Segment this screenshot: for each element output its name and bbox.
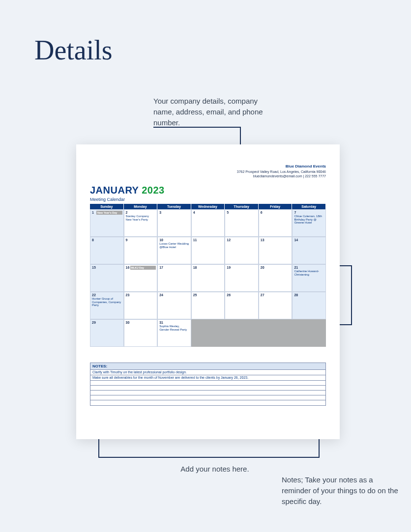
day-header: Saturday: [292, 204, 326, 209]
callout-add-notes: Add your notes here.: [166, 464, 264, 475]
calendar-cell: 25: [191, 292, 225, 319]
company-block: Blue Diamond Events 3762 Prospect Valley…: [90, 164, 326, 179]
day-number: 22: [92, 293, 122, 297]
day-number: 26: [227, 293, 257, 297]
day-number: 12: [227, 238, 257, 242]
day-number: 27: [261, 293, 291, 297]
day-number: 7: [294, 211, 324, 214]
calendar-cell: 10Lucas-Carter Wedding @Blue Hotel: [157, 237, 191, 264]
calendar-cell: 28: [292, 292, 326, 319]
calendar-cell: 21Catherine Howard- Christening: [292, 264, 326, 292]
day-number: 25: [193, 293, 223, 297]
day-number: 20: [261, 266, 291, 269]
calendar-cell: 19: [225, 264, 259, 292]
note-line: [90, 391, 325, 395]
day-number: 9: [126, 238, 156, 242]
calendar-header-row: SundayMondayTuesdayWednesdayThursdayFrid…: [90, 204, 326, 209]
calendar-body: 1New Year's Day2Stanley Company New Year…: [90, 209, 326, 347]
day-number: 17: [159, 266, 189, 269]
calendar-cell: 13: [259, 237, 293, 264]
calendar-cell: [225, 319, 259, 347]
day-number: 18: [193, 266, 223, 269]
day-number: 3: [159, 211, 189, 214]
calendar-document: Blue Diamond Events 3762 Prospect Valley…: [76, 144, 340, 439]
note-line: [90, 400, 325, 405]
calendar-cell: [191, 319, 225, 347]
day-number: 19: [227, 266, 257, 269]
day-number: 14: [294, 238, 324, 242]
day-number: 8: [92, 238, 122, 242]
calendar-cell: 6: [259, 209, 293, 237]
day-header: Wednesday: [191, 204, 225, 209]
note-line: [90, 381, 325, 386]
calendar-cell: 14: [292, 237, 326, 264]
callout-day-notes: Notes; Take your notes as a reminder of …: [282, 475, 400, 506]
calendar-cell: 29: [90, 319, 124, 347]
day-header: Friday: [259, 204, 293, 209]
day-header: Monday: [124, 204, 158, 209]
day-number: 4: [193, 211, 223, 214]
calendar-year: 2023: [142, 185, 165, 196]
day-header: Tuesday: [157, 204, 191, 209]
calendar-cell: 3: [157, 209, 191, 237]
day-number: 23: [126, 293, 156, 297]
calendar-cell: 23: [124, 292, 158, 319]
calendar-title: JANUARY 2023: [90, 185, 326, 196]
day-number: 30: [126, 321, 156, 324]
day-number: 13: [261, 238, 291, 242]
calendar-cell: 5: [225, 209, 259, 237]
calendar-cell: 31Sophia Wesley, Gender Reveal Party: [157, 319, 191, 347]
company-name: Blue Diamond Events: [90, 164, 326, 169]
page-title: Details: [34, 34, 113, 66]
calendar-cell: 4: [191, 209, 225, 237]
day-event: Chloe Coleman, 18th Birthday Party @ Gre…: [294, 215, 324, 225]
day-event: Sophia Wesley, Gender Reveal Party: [159, 325, 189, 332]
calendar-cell: [292, 319, 326, 347]
day-number: 24: [159, 293, 189, 297]
calendar-cell: 8: [90, 237, 124, 264]
bracket-top: [153, 127, 241, 144]
day-event: Catherine Howard- Christening: [294, 270, 324, 277]
calendar-subtitle: Meeting Calendar: [90, 197, 326, 202]
calendar-cell: 30: [124, 319, 158, 347]
note-line: [90, 386, 325, 391]
day-number: 6: [261, 211, 291, 214]
day-event: Stanley Company New Year's Party: [126, 215, 156, 222]
day-event: Hunter Group of Companies, Company Party: [92, 297, 122, 308]
callout-company-details: Your company details, company name, addr…: [153, 96, 266, 128]
calendar-cell: 16MLKJ Day: [124, 264, 158, 292]
calendar-cell: 7Chloe Coleman, 18th Birthday Party @ Gr…: [292, 209, 326, 237]
calendar-cell: [259, 319, 293, 347]
calendar-cell: 26: [225, 292, 259, 319]
calendar-cell: 9: [124, 237, 158, 264]
note-line: [90, 395, 325, 400]
calendar-cell: 2Stanley Company New Year's Party: [124, 209, 158, 237]
day-number: 15: [92, 266, 122, 269]
day-number: 11: [193, 238, 223, 242]
bracket-bottom: [98, 439, 320, 458]
calendar-cell: 27: [259, 292, 293, 319]
day-number: 29: [92, 321, 122, 324]
notes-section: NOTES: Clarify with Timothy on the lates…: [90, 363, 326, 406]
day-number: 10: [159, 238, 189, 242]
calendar-cell: 18: [191, 264, 225, 292]
calendar-cell: 22Hunter Group of Companies, Company Par…: [90, 292, 124, 319]
day-header: Thursday: [225, 204, 259, 209]
calendar-cell: 17: [157, 264, 191, 292]
calendar-cell: 24: [157, 292, 191, 319]
day-header: Sunday: [90, 204, 124, 209]
day-number: 5: [227, 211, 257, 214]
company-address: 3762 Prospect Valley Road, Los Angeles, …: [90, 169, 326, 174]
day-label: New Year's Day: [96, 211, 122, 215]
note-line: Make sure all deliverables for the month…: [90, 375, 325, 381]
day-event: Lucas-Carter Wedding @Blue Hotel: [159, 242, 189, 249]
note-line: Clarify with Timothy on the latest profe…: [90, 370, 325, 375]
day-number: 31: [159, 321, 189, 324]
day-number: 2: [126, 211, 156, 214]
calendar-month: JANUARY: [90, 185, 139, 196]
day-number: 21: [294, 266, 324, 269]
day-number: 28: [294, 293, 324, 297]
day-label: MLKJ Day: [130, 266, 156, 270]
calendar-cell: 12: [225, 237, 259, 264]
calendar-cell: 20: [259, 264, 293, 292]
